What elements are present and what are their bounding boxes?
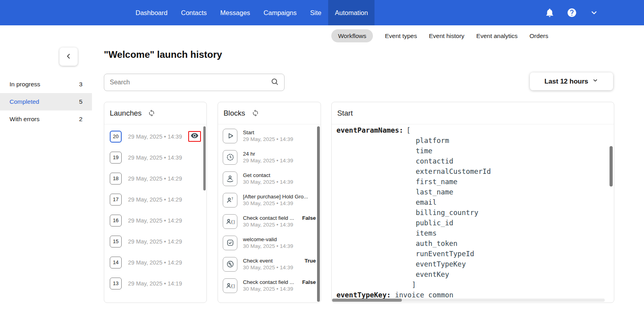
launch-row[interactable]: 20 29 May, 2025 • 14:39	[104, 126, 206, 147]
block-row[interactable]: Get contact 30 May, 2025 • 14:39	[218, 168, 321, 189]
launch-number-badge: 15	[110, 236, 122, 247]
code-params: platformtimecontactidexternalCustomerIdf…	[336, 135, 609, 280]
sidebar-item-with-errors[interactable]: With errors 2	[0, 110, 92, 128]
block-row[interactable]: {} Check contact field ... False 30 May,…	[218, 211, 321, 232]
launch-number-badge: 13	[110, 278, 122, 289]
detail-horizontal-scrollbar-track[interactable]	[332, 299, 605, 302]
code-close-bracket: ]	[412, 281, 416, 289]
refresh-blocks-button[interactable]	[252, 109, 259, 117]
nav-item-label: Dashboard	[136, 9, 168, 17]
code-param-line: contactid	[336, 156, 609, 166]
launch-date: 29 May, 2025 • 14:29	[128, 175, 201, 182]
launch-number-badge: 16	[110, 215, 122, 227]
launch-number-badge: 18	[110, 173, 122, 185]
nav-item-label: Automation	[335, 9, 368, 17]
nav-item-label: Site	[310, 9, 321, 17]
block-row[interactable]: ? [After purchase] Hold Gro... 30 May, 2…	[218, 189, 321, 211]
time-filter-dropdown[interactable]: Last 12 hours	[530, 72, 613, 90]
block-date: 30 May, 2025 • 14:39	[243, 265, 316, 270]
launch-row[interactable]: 19 29 May, 2025 • 14:39	[104, 147, 206, 168]
svg-text:?: ?	[231, 196, 233, 200]
detail-vertical-scrollbar-thumb[interactable]	[610, 146, 613, 187]
code-param-line: time	[336, 146, 609, 156]
check-event-icon	[223, 257, 237, 272]
sidebar-item-completed[interactable]: Completed 5	[0, 93, 92, 110]
chevron-down-icon	[592, 77, 598, 86]
contact-field-icon: {}	[223, 278, 237, 293]
get-contact-icon	[223, 171, 237, 186]
detail-horizontal-scrollbar-thumb[interactable]	[332, 299, 402, 302]
sidebar-item-label: Completed	[10, 98, 39, 105]
block-date: 30 May, 2025 • 14:39	[243, 200, 316, 206]
launch-row[interactable]: 14 29 May, 2025 • 14:29	[104, 252, 206, 273]
nav-item-dashboard[interactable]: Dashboard	[129, 0, 174, 25]
block-title: Check event	[243, 258, 301, 264]
blocks-scrollbar-thumb[interactable]	[317, 126, 320, 302]
launch-row[interactable]: 15 29 May, 2025 • 14:29	[104, 231, 206, 252]
sidebar-item-count: 3	[79, 81, 82, 88]
event-params-code: eventParamNames:[ platformtimecontactide…	[332, 124, 614, 301]
code-param-line: email	[336, 197, 609, 207]
launch-row[interactable]: 17 29 May, 2025 • 14:29	[104, 189, 206, 210]
start-icon	[223, 129, 237, 143]
subnav-item-orders[interactable]: Orders	[529, 32, 548, 40]
code-param-line: last_name	[336, 187, 609, 197]
launch-row[interactable]: 13 29 May, 2025 • 14:19	[104, 273, 206, 294]
svg-text:{}: {}	[231, 284, 235, 288]
detail-title: Start	[337, 109, 353, 118]
detail-panel-header: Start	[332, 102, 614, 124]
launch-number-badge: 19	[110, 152, 122, 164]
nav-item-messages[interactable]: Messages	[214, 0, 257, 25]
block-date: 29 May, 2025 • 14:39	[243, 158, 316, 164]
bell-icon[interactable]	[543, 6, 557, 20]
code-param-line: public_id	[336, 218, 609, 228]
launch-row[interactable]: 16 29 May, 2025 • 14:29	[104, 210, 206, 231]
nav-item-campaigns[interactable]: Campaigns	[257, 0, 303, 25]
block-row[interactable]: Check event True 30 May, 2025 • 14:39	[218, 253, 321, 275]
sidebar-item-in-progress[interactable]: In progress 3	[0, 76, 92, 93]
block-title: Get contact	[243, 172, 316, 178]
block-row[interactable]: Start 29 May, 2025 • 14:39	[218, 125, 321, 147]
block-detail-panel: Start eventParamNames:[ platformtimecont…	[331, 102, 614, 303]
launch-date: 29 May, 2025 • 14:29	[128, 217, 201, 224]
launch-date: 29 May, 2025 • 14:29	[128, 238, 201, 245]
code-value: invoice_common	[395, 291, 454, 299]
back-button[interactable]	[59, 48, 78, 66]
launch-status-sidebar: In progress 3 Completed 5 With errors 2	[0, 76, 92, 128]
block-row[interactable]: 24 hr 29 May, 2025 • 14:39	[218, 147, 321, 168]
block-date: 29 May, 2025 • 14:39	[243, 136, 316, 142]
launch-row[interactable]: 18 29 May, 2025 • 14:29	[104, 168, 206, 189]
help-icon[interactable]	[565, 6, 579, 20]
code-key: eventParamNames:	[336, 126, 403, 134]
nav-item-automation[interactable]: Automation	[328, 0, 375, 25]
code-param-line: eventTypeKey	[336, 259, 609, 269]
refresh-launches-button[interactable]	[148, 109, 155, 117]
block-date: 30 May, 2025 • 14:39	[243, 222, 316, 228]
code-param-line: runEventTypeId	[336, 249, 609, 259]
nav-item-site[interactable]: Site	[304, 0, 328, 25]
block-title: Check contact field ...	[243, 215, 299, 221]
check-icon	[223, 236, 237, 250]
block-title: [After purchase] Hold Gro...	[243, 194, 316, 200]
code-line: ]	[336, 280, 609, 290]
account-chevron-down-icon[interactable]	[587, 6, 601, 20]
launch-number-badge: 20	[110, 131, 122, 143]
launches-panel: Launches 20 29 May, 2025 • 14:39 19 29 M…	[104, 102, 207, 303]
sidebar-item-count: 5	[79, 98, 82, 105]
subnav-item-event-types[interactable]: Event types	[385, 32, 417, 40]
nav-item-contacts[interactable]: Contacts	[174, 0, 214, 25]
code-param-line: billing_country	[336, 207, 609, 218]
block-date: 30 May, 2025 • 14:39	[243, 243, 316, 249]
page-title: "Welcome" launch history	[104, 49, 222, 60]
subnav-item-event-analytics[interactable]: Event analytics	[476, 32, 518, 40]
block-row[interactable]: {} Check contact field ... False 30 May,…	[218, 275, 321, 296]
subnav-item-event-history[interactable]: Event history	[429, 32, 464, 40]
subnav-item-workflows[interactable]: Workflows	[331, 29, 373, 42]
view-launch-button[interactable]	[188, 131, 201, 142]
launch-date: 29 May, 2025 • 14:39	[128, 154, 201, 161]
search-icon[interactable]	[271, 78, 279, 87]
search-input[interactable]	[110, 79, 271, 86]
block-row[interactable]: welcome-valid 30 May, 2025 • 14:39	[218, 232, 321, 253]
block-result-badge: False	[302, 279, 316, 285]
launches-scrollbar-thumb[interactable]	[203, 126, 206, 190]
